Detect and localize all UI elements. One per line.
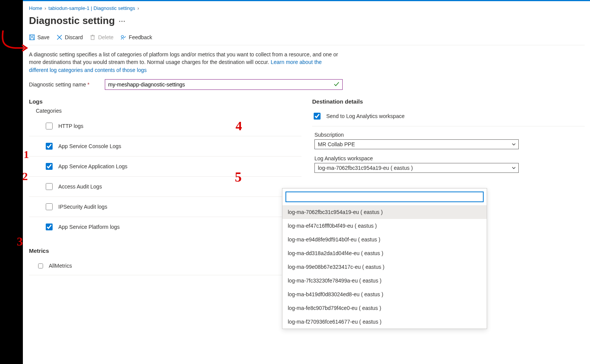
allmetrics-checkbox[interactable] <box>38 263 43 268</box>
log-category-row[interactable]: Access Audit Logs <box>29 177 301 197</box>
save-button[interactable]: Save <box>29 34 50 40</box>
page-title: Diagnostic setting <box>29 15 115 27</box>
chevron-right-icon: › <box>137 5 139 11</box>
log-category-label: IPSecurity Audit logs <box>58 204 107 210</box>
toolbar: Save Discard Delete Feedback <box>29 29 585 45</box>
log-category-row[interactable]: HTTP logs <box>29 116 301 136</box>
send-log-analytics-checkbox[interactable] <box>314 113 321 120</box>
log-category-label: App Service Console Logs <box>58 143 121 149</box>
workspace-option[interactable]: log-ma-99e08b67e323417c-eu ( eastus ) <box>282 260 487 274</box>
allmetrics-label: AllMetrics <box>49 263 72 269</box>
feedback-icon <box>120 34 127 40</box>
log-category-row[interactable]: App Service Console Logs <box>29 136 301 156</box>
logs-heading: Logs <box>29 98 301 105</box>
log-category-label: Access Audit Logs <box>58 184 102 190</box>
more-icon[interactable]: ⋯ <box>119 17 126 25</box>
setting-name-input[interactable] <box>105 79 343 90</box>
log-category-row[interactable]: IPSecurity Audit logs <box>29 197 301 217</box>
workspace-dropdown-panel: log-ma-7062fbc31c954a19-eu ( eastus )log… <box>282 188 487 329</box>
metrics-item[interactable]: AllMetrics <box>29 257 301 275</box>
workspace-options-list[interactable]: log-ma-7062fbc31c954a19-eu ( eastus )log… <box>282 205 487 329</box>
workspace-option[interactable]: log-ma-e94d8fe9df914b0f-eu ( eastus ) <box>282 233 487 246</box>
workspace-label: Log Analytics workspace <box>314 155 585 161</box>
metrics-heading: Metrics <box>29 247 301 254</box>
workspace-option[interactable]: log-ma-7fc33230fe78499a-eu ( eastus ) <box>282 274 487 287</box>
log-category-checkbox[interactable] <box>46 163 53 170</box>
log-category-checkbox[interactable] <box>46 224 53 230</box>
workspace-select[interactable]: log-ma-7062fbc31c954a19-eu ( eastus ) <box>314 163 519 173</box>
discard-button[interactable]: Discard <box>56 34 83 40</box>
feedback-button[interactable]: Feedback <box>120 34 152 40</box>
svg-rect-1 <box>30 35 33 37</box>
save-icon <box>29 34 35 40</box>
subscription-label: Subscription <box>314 132 585 138</box>
workspace-option[interactable]: log-ma-fe8c907bd79f4ce0-eu ( eastus ) <box>282 301 487 315</box>
check-icon <box>333 81 340 88</box>
log-category-label: App Service Platform logs <box>58 224 120 230</box>
chevron-down-icon <box>511 166 516 170</box>
breadcrumb-resource[interactable]: tabiodun-sample-1 | Diagnostic settings <box>48 5 135 11</box>
chevron-down-icon <box>511 142 516 147</box>
workspace-option[interactable]: log-ma-dd318a2da1d04f4e-eu ( eastus ) <box>282 246 487 260</box>
close-icon <box>56 34 63 40</box>
breadcrumb: Home › tabiodun-sample-1 | Diagnostic se… <box>29 5 585 11</box>
workspace-option[interactable]: log-ma-f270936fce614677-eu ( eastus ) <box>282 315 487 329</box>
log-category-label: HTTP logs <box>58 123 83 129</box>
log-category-checkbox[interactable] <box>46 143 53 150</box>
trash-icon <box>90 34 96 40</box>
workspace-option[interactable]: log-ma-7062fbc31c954a19-eu ( eastus ) <box>282 205 487 219</box>
workspace-option[interactable]: log-ma-b419df0d83024ed8-eu ( eastus ) <box>282 287 487 301</box>
log-category-label: App Service Application Logs <box>58 163 127 169</box>
svg-rect-5 <box>91 36 94 40</box>
log-category-row[interactable]: App Service Platform logs <box>29 217 301 237</box>
workspace-search-input[interactable] <box>286 192 483 201</box>
log-category-checkbox[interactable] <box>46 183 53 190</box>
categories-label: Categories <box>36 108 301 114</box>
log-category-row[interactable]: App Service Application Logs <box>29 156 301 177</box>
workspace-option[interactable]: log-ma-ef47c16fff0b4f49-eu ( eastus ) <box>282 219 487 233</box>
send-log-analytics-row[interactable]: Send to Log Analytics workspace <box>312 108 585 126</box>
log-category-checkbox[interactable] <box>46 203 53 210</box>
description-text: A diagnostic setting specifies a list of… <box>29 51 341 74</box>
chevron-right-icon: › <box>45 5 46 11</box>
destination-heading: Destination details <box>312 98 585 105</box>
log-category-checkbox[interactable] <box>46 123 53 129</box>
left-sidebar-area <box>0 0 23 364</box>
svg-point-8 <box>121 35 123 38</box>
breadcrumb-home[interactable]: Home <box>29 5 42 11</box>
svg-rect-2 <box>30 38 34 40</box>
send-log-analytics-label: Send to Log Analytics workspace <box>326 113 404 119</box>
subscription-select[interactable]: MR Collab PPE <box>314 139 519 149</box>
delete-button: Delete <box>90 34 113 40</box>
setting-name-label: Diagnostic setting name * <box>29 81 90 88</box>
